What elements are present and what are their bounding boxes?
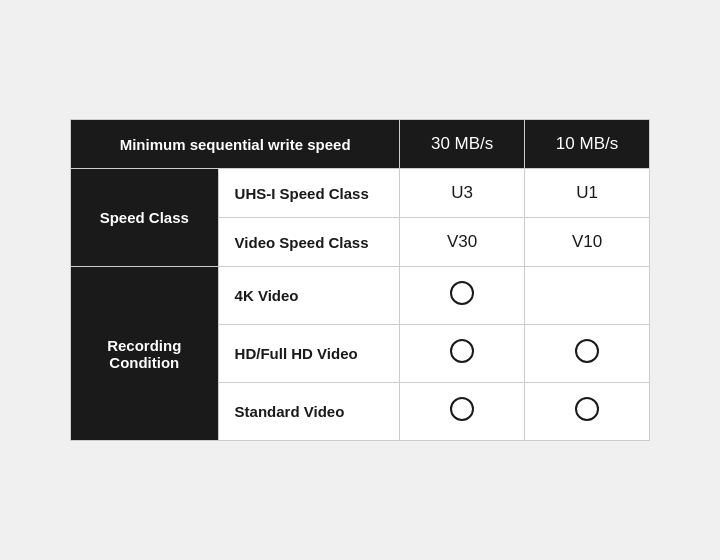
4k-col1: [400, 267, 525, 325]
standard-col1: [400, 383, 525, 441]
table-wrapper: Minimum sequential write speed 30 MB/s 1…: [70, 119, 650, 441]
uhs-col2: U1: [525, 169, 650, 218]
circle-icon: [450, 339, 474, 363]
circle-icon: [450, 281, 474, 305]
group-label-speed: Speed Class: [71, 169, 219, 267]
header-row: Minimum sequential write speed 30 MB/s 1…: [71, 120, 650, 169]
sub-label-uhs: UHS-I Speed Class: [218, 169, 400, 218]
table-row: Recording Condition 4K Video: [71, 267, 650, 325]
hd-col2: [525, 325, 650, 383]
video-speed-col1: V30: [400, 218, 525, 267]
sub-label-4k: 4K Video: [218, 267, 400, 325]
video-speed-col2: V10: [525, 218, 650, 267]
comparison-table: Minimum sequential write speed 30 MB/s 1…: [70, 119, 650, 441]
header-col2: 10 MB/s: [525, 120, 650, 169]
4k-col2: [525, 267, 650, 325]
circle-icon: [450, 397, 474, 421]
table-row: Speed Class UHS-I Speed Class U3 U1: [71, 169, 650, 218]
header-col1: 30 MB/s: [400, 120, 525, 169]
group-label-recording: Recording Condition: [71, 267, 219, 441]
hd-col1: [400, 325, 525, 383]
sub-label-standard: Standard Video: [218, 383, 400, 441]
header-label: Minimum sequential write speed: [71, 120, 400, 169]
circle-icon: [575, 397, 599, 421]
sub-label-hd: HD/Full HD Video: [218, 325, 400, 383]
sub-label-video-speed: Video Speed Class: [218, 218, 400, 267]
standard-col2: [525, 383, 650, 441]
circle-icon: [575, 339, 599, 363]
uhs-col1: U3: [400, 169, 525, 218]
